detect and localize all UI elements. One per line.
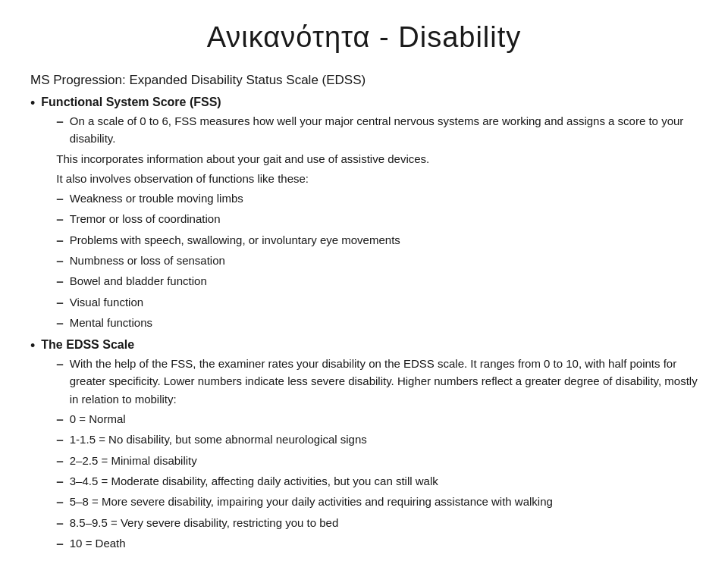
fss-detail-2: This incorporates information about your…: [56, 150, 698, 169]
edss-details: – With the help of the FSS, the examiner…: [56, 355, 698, 409]
fss-sub-text: Mental functions: [70, 314, 152, 331]
edss-scale-text: 2–2.5 = Minimal disability: [70, 452, 197, 469]
dash-icon-scale: –: [56, 472, 63, 492]
dash-icon-1: –: [56, 112, 63, 132]
fss-sublist-item: –Weakness or trouble moving limbs: [56, 190, 698, 209]
dash-icon: –: [56, 231, 63, 251]
edss-scale-text: 8.5–9.5 = Very severe disability, restri…: [70, 514, 339, 531]
dash-icon-scale: –: [56, 493, 63, 512]
edss-scale-text: 10 = Death: [70, 534, 126, 552]
fss-sublist-item: –Tremor or loss of coordination: [56, 210, 698, 230]
dash-icon: –: [56, 293, 63, 313]
edss-scale-item: –5–8 = More severe disability, impairing…: [56, 493, 698, 512]
fss-sublist-item: –Problems with speech, swallowing, or in…: [56, 231, 698, 251]
fss-sub-text: Weakness or trouble moving limbs: [70, 190, 243, 207]
edss-scale-item: –0 = Normal: [56, 410, 698, 430]
edss-scale-text: 3–4.5 = Moderate disability, affecting d…: [70, 472, 438, 490]
dash-icon-scale: –: [56, 534, 63, 554]
page-title: Ανικανότητα - Disability: [30, 15, 698, 60]
fss-text-3: It also involves observation of function…: [56, 170, 309, 187]
main-sections: • Functional System Score (FSS) – On a s…: [30, 93, 698, 555]
edss-scale-item: –1-1.5 = No disability, but some abnorma…: [56, 431, 698, 450]
dash-icon-scale: –: [56, 452, 63, 471]
edss-text-1: With the help of the FSS, the examiner r…: [70, 355, 698, 408]
fss-sublist-item: –Bowel and bladder function: [56, 272, 698, 292]
bullet-dot-fss: •: [30, 93, 35, 114]
fss-sub-text: Bowel and bladder function: [70, 272, 207, 290]
edss-scale-item: –3–4.5 = Moderate disability, affecting …: [56, 472, 698, 492]
edss-label: The EDSS Scale: [41, 338, 134, 351]
fss-sub-text: Visual function: [70, 293, 143, 311]
fss-detail-1: – On a scale of 0 to 6, FSS measures how…: [56, 112, 698, 149]
fss-detail-3: It also involves observation of function…: [56, 170, 698, 189]
edss-scale-item: –8.5–9.5 = Very severe disability, restr…: [56, 514, 698, 534]
dash-icon: –: [56, 210, 63, 230]
edss-content: The EDSS Scale – With the help of the FS…: [41, 336, 698, 555]
section-edss: • The EDSS Scale – With the help of the …: [30, 336, 698, 555]
dash-icon-scale: –: [56, 514, 63, 534]
dash-icon: –: [56, 190, 63, 209]
fss-sublist: –Weakness or trouble moving limbs–Tremor…: [56, 190, 698, 334]
dash-icon: –: [56, 314, 63, 334]
dash-icon-scale: –: [56, 410, 63, 430]
section-fss: • Functional System Score (FSS) – On a s…: [30, 93, 698, 334]
edss-scale-item: –10 = Death: [56, 534, 698, 554]
dash-icon: –: [56, 272, 63, 292]
dash-icon-scale: –: [56, 431, 63, 450]
fss-label: Functional System Score (FSS): [41, 96, 221, 108]
fss-content: Functional System Score (FSS) – On a sca…: [41, 93, 698, 334]
edss-scale-text: 1-1.5 = No disability, but some abnormal…: [70, 431, 367, 448]
edss-detail-1: – With the help of the FSS, the examiner…: [56, 355, 698, 409]
edss-scalelist: –0 = Normal–1-1.5 = No disability, but s…: [56, 410, 698, 554]
fss-sub-text: Numbness or loss of sensation: [70, 252, 225, 269]
fss-sub-text: Problems with speech, swallowing, or inv…: [70, 231, 400, 249]
fss-sub-text: Tremor or loss of coordination: [70, 210, 221, 227]
fss-details: – On a scale of 0 to 6, FSS measures how…: [56, 112, 698, 189]
edss-scale-text: 5–8 = More severe disability, impairing …: [70, 493, 553, 510]
fss-sublist-item: –Numbness or loss of sensation: [56, 252, 698, 271]
dash-icon-edss-1: –: [56, 355, 63, 374]
edss-scale-item: –2–2.5 = Minimal disability: [56, 452, 698, 471]
fss-text-1: On a scale of 0 to 6, FSS measures how w…: [70, 112, 698, 148]
bullet-dot-edss: •: [30, 336, 35, 357]
fss-sublist-item: –Visual function: [56, 293, 698, 313]
dash-icon: –: [56, 252, 63, 271]
edss-scale-text: 0 = Normal: [70, 410, 126, 428]
subtitle: MS Progression: Expanded Disability Stat…: [30, 70, 698, 90]
fss-text-2: This incorporates information about your…: [56, 150, 429, 168]
fss-sublist-item: –Mental functions: [56, 314, 698, 334]
